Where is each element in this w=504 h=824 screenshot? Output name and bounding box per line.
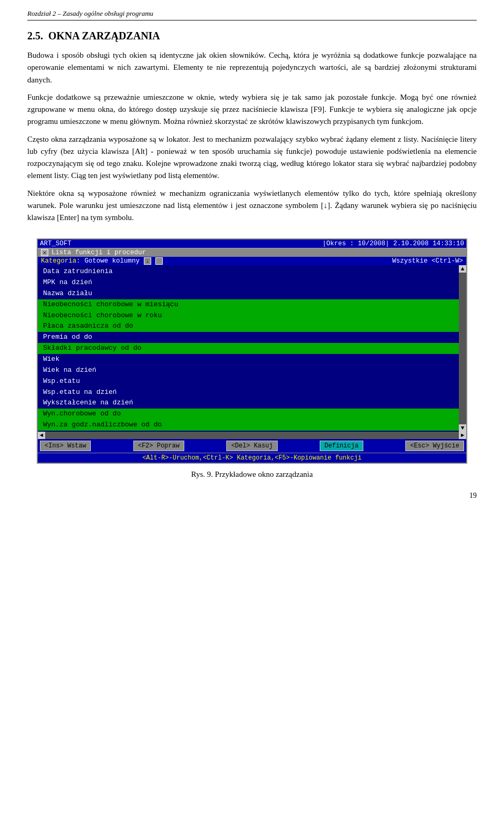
list-item[interactable]: Wykształcenie na dzień xyxy=(38,398,466,409)
dos-checkbox-icon[interactable] xyxy=(155,257,163,265)
dos-all-ctrl-label: Wszystkie <Ctrl-W> xyxy=(392,257,463,265)
list-item[interactable]: Składki pracodawcy od do xyxy=(38,343,466,354)
dos-scrollbar-up-icon[interactable]: ▲ xyxy=(459,265,466,273)
list-item[interactable]: Nieobecności chorobowe w roku xyxy=(38,310,466,321)
dos-topbar-right: |Okres : 10/2008| 2.10.2008 14:33:10 xyxy=(322,240,464,247)
dos-hscrollbar-left-icon[interactable]: ◄ xyxy=(38,432,45,439)
dos-category-label: Kategoria: xyxy=(41,257,80,265)
page-number: 19 xyxy=(469,492,477,500)
list-item[interactable]: Wyn.chorobowe od do xyxy=(38,409,466,420)
list-item[interactable]: MPK na dzień xyxy=(38,277,466,288)
list-item[interactable]: Wyn.za godz.nadliczbowe od do xyxy=(38,420,466,431)
dos-escape-button[interactable]: <Esc> Wyjście xyxy=(405,441,464,451)
dos-hscrollbar: ◄ ► xyxy=(38,432,466,439)
list-item[interactable]: Wiek xyxy=(38,354,466,365)
dos-edit-button[interactable]: <F2> Popraw xyxy=(133,441,184,451)
dos-list-wrapper: Data zatrudnienia MPK na dzień Nazwa dzi… xyxy=(38,265,466,432)
list-item[interactable]: Wiek na dzień xyxy=(38,365,466,376)
dos-scrollbar-down-icon[interactable]: ▼ xyxy=(459,424,466,432)
dos-topbar: ART_SOFT |Okres : 10/2008| 2.10.2008 14:… xyxy=(38,239,466,248)
list-item[interactable]: Płaca zasadnicza od do xyxy=(38,321,466,332)
dos-infobar: <Alt-R>-Uruchom,<Ctrl-K> Kategoria,<F5>-… xyxy=(38,453,466,463)
body-text-4: Niektóre okna są wyposażone również w me… xyxy=(27,187,477,224)
figure-container: ART_SOFT |Okres : 10/2008| 2.10.2008 14:… xyxy=(27,238,477,479)
dos-insert-button[interactable]: <Ins> Wstaw xyxy=(40,441,91,451)
dos-scrollbar-track xyxy=(459,273,466,424)
list-item[interactable]: Premia od do xyxy=(38,332,466,343)
list-item[interactable]: Wsp.etatu xyxy=(38,376,466,387)
dos-window: ART_SOFT |Okres : 10/2008| 2.10.2008 14:… xyxy=(37,238,467,464)
dos-category-bar: Kategoria: Gotowe kolumny ↓ Wszystkie <C… xyxy=(38,257,466,265)
dos-close-icon[interactable]: ✕ xyxy=(41,249,48,256)
dos-hscrollbar-right-icon[interactable]: ► xyxy=(459,432,466,439)
header-line: Rozdział 2 – Zasady ogólne obsługi progr… xyxy=(27,9,477,20)
dos-titlebar: ✕ Lista funkcji i procedur xyxy=(38,248,466,257)
dos-window-title: Lista funkcji i procedur xyxy=(51,249,146,256)
list-item[interactable]: Nazwa działu xyxy=(38,288,466,299)
body-text-1: Budowa i sposób obsługi tych okien są id… xyxy=(27,49,477,86)
list-item[interactable]: Data zatrudnienia xyxy=(38,266,466,277)
dos-filter-arrow-icon[interactable]: ↓ xyxy=(144,257,151,265)
dos-definition-button[interactable]: Definicja xyxy=(320,441,363,451)
body-text-2: Funkcje dodatkowe są przeważnie umieszcz… xyxy=(27,91,477,128)
list-item[interactable]: Wsp.etatu na dzień xyxy=(38,387,466,398)
dos-topbar-left: ART_SOFT xyxy=(40,240,71,247)
list-item[interactable]: Nieobecności chorobowe w miesiącu xyxy=(38,299,466,310)
dos-scrollbar: ▲ ▼ xyxy=(459,265,466,432)
dos-bottombar: <Ins> Wstaw <F2> Popraw <Del> Kasuj Defi… xyxy=(38,439,466,453)
dos-hscrollbar-track xyxy=(45,432,459,439)
section-title: 2.5. OKNA ZARZĄDZANIA xyxy=(27,30,477,42)
figure-caption: Rys. 9. Przykładowe okno zarządzania xyxy=(191,470,313,479)
body-text-3: Często okna zarządzania wyposażone są w … xyxy=(27,133,477,182)
dos-delete-button[interactable]: <Del> Kasuj xyxy=(226,441,277,451)
dos-list[interactable]: Data zatrudnienia MPK na dzień Nazwa dzi… xyxy=(38,265,466,432)
dos-category-value: Gotowe kolumny xyxy=(85,257,140,265)
